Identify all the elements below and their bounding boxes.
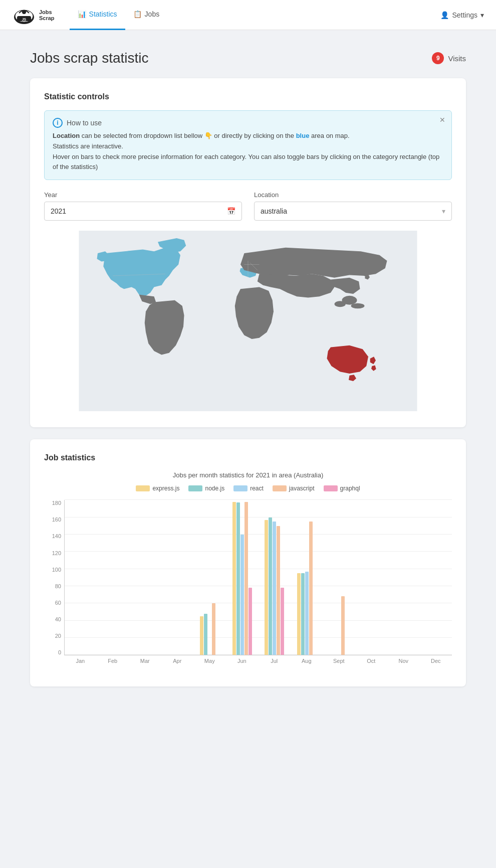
- legend-color: [324, 485, 338, 491]
- month-label: Apr: [161, 658, 194, 664]
- bar[interactable]: [297, 573, 301, 655]
- logo-icon: JS: [12, 3, 36, 27]
- y-axis-label: 0: [44, 649, 61, 655]
- legend-color: [136, 485, 150, 491]
- bar[interactable]: [200, 616, 203, 655]
- filter-form: Year 2021 📅 Location australia ▾: [44, 191, 452, 221]
- chevron-down-icon: ▾: [480, 11, 484, 19]
- svg-point-2: [22, 10, 26, 14]
- calendar-icon: 📅: [227, 207, 235, 215]
- y-axis-label: 60: [44, 600, 61, 606]
- x-axis: JanFebMarAprMayJunJulAugSeptOctNovDec: [64, 658, 452, 664]
- bar-chart: 020406080100120140160180 JanFebMarAprMay…: [44, 500, 452, 670]
- visits-count: 9: [432, 52, 444, 64]
- month-group: [291, 500, 323, 655]
- bar[interactable]: [249, 588, 252, 655]
- year-value: 2021: [51, 207, 66, 215]
- world-map[interactable]: [44, 231, 452, 411]
- month-label: Feb: [97, 658, 129, 664]
- month-label: Jun: [226, 658, 259, 664]
- chart-area: Jobs per month statistics for 2021 in ar…: [44, 471, 452, 670]
- month-label: Mar: [129, 658, 161, 664]
- legend-item[interactable]: node.js: [188, 485, 224, 492]
- logo: JS Jobs Scrap: [12, 3, 55, 27]
- year-input-wrapper[interactable]: 2021 📅: [44, 202, 242, 221]
- job-statistics-title: Job statistics: [44, 453, 452, 462]
- bar[interactable]: [273, 522, 276, 655]
- location-label: Location: [254, 191, 452, 199]
- month-group: [420, 500, 452, 655]
- bar[interactable]: [204, 614, 207, 655]
- jobs-icon: 📋: [133, 10, 142, 18]
- bar[interactable]: [305, 572, 309, 655]
- y-axis-label: 120: [44, 550, 61, 556]
- month-group: [65, 500, 97, 655]
- statistic-controls-card: Statistic controls i How to use Location…: [30, 78, 466, 427]
- month-group: [129, 500, 161, 655]
- y-axis-label: 140: [44, 533, 61, 539]
- bar[interactable]: [265, 520, 268, 655]
- legend-item[interactable]: react: [233, 485, 264, 492]
- main-content: Jobs scrap statistic 9 Visits Statistic …: [0, 30, 496, 719]
- location-select[interactable]: australia ▾: [254, 202, 452, 221]
- month-label: Dec: [420, 658, 452, 664]
- info-icon: i: [53, 118, 63, 128]
- bar[interactable]: [277, 526, 280, 655]
- month-group: [226, 500, 258, 655]
- month-group: [97, 500, 129, 655]
- bar[interactable]: [309, 522, 313, 655]
- info-box-header: i How to use: [53, 118, 443, 128]
- map-svg: [44, 231, 452, 411]
- location-group: Location australia ▾: [254, 191, 452, 221]
- y-axis-label: 100: [44, 567, 61, 573]
- legend-label: node.js: [205, 485, 224, 492]
- statistics-icon: 📊: [78, 10, 86, 18]
- bar[interactable]: [232, 502, 236, 655]
- y-axis: 020406080100120140160180: [44, 500, 63, 655]
- bar[interactable]: [269, 517, 272, 655]
- visits-label: Visits: [448, 54, 466, 63]
- y-axis-label: 180: [44, 500, 61, 506]
- legend-item[interactable]: express.js: [136, 485, 179, 492]
- page-title: Jobs scrap statistic: [30, 50, 149, 66]
- visits-badge: 9 Visits: [432, 52, 466, 64]
- svg-point-8: [351, 303, 365, 309]
- bar[interactable]: [212, 603, 215, 655]
- month-group: [194, 500, 226, 655]
- legend-color: [273, 485, 287, 491]
- chart-legend: express.jsnode.jsreactjavascriptgraphql: [44, 485, 452, 492]
- legend-color: [233, 485, 247, 491]
- month-label: Jan: [64, 658, 97, 664]
- month-label: Oct: [355, 658, 388, 664]
- nav-jobs[interactable]: 📋 Jobs: [125, 0, 168, 30]
- navbar: JS Jobs Scrap 📊 Statistics 📋 Jobs 👤 Sett…: [0, 0, 496, 30]
- legend-item[interactable]: graphql: [324, 485, 360, 492]
- y-axis-label: 40: [44, 616, 61, 622]
- month-label: Nov: [387, 658, 420, 664]
- year-group: Year 2021 📅: [44, 191, 242, 221]
- month-group: [355, 500, 387, 655]
- bar[interactable]: [244, 502, 248, 655]
- bar[interactable]: [240, 535, 244, 655]
- legend-label: javascript: [289, 485, 315, 492]
- close-icon[interactable]: ✕: [439, 116, 445, 124]
- bar[interactable]: [281, 588, 284, 655]
- statistic-controls-title: Statistic controls: [44, 92, 452, 101]
- legend-label: react: [250, 485, 264, 492]
- logo-text: Jobs Scrap: [39, 9, 55, 21]
- year-label: Year: [44, 191, 242, 199]
- month-label: May: [193, 658, 226, 664]
- bar[interactable]: [236, 502, 240, 655]
- y-axis-label: 160: [44, 516, 61, 523]
- nav-links: 📊 Statistics 📋 Jobs: [70, 0, 441, 30]
- month-group: [387, 500, 419, 655]
- legend-label: express.js: [152, 485, 179, 492]
- settings-menu[interactable]: 👤 Settings ▾: [440, 11, 484, 19]
- info-box: i How to use Location can be selected fr…: [44, 110, 452, 180]
- chart-title: Jobs per month statistics for 2021 in ar…: [44, 471, 452, 479]
- bar[interactable]: [301, 573, 305, 655]
- nav-statistics[interactable]: 📊 Statistics: [70, 0, 125, 30]
- svg-text:JS: JS: [22, 18, 27, 21]
- legend-item[interactable]: javascript: [273, 485, 315, 492]
- bar[interactable]: [341, 596, 345, 655]
